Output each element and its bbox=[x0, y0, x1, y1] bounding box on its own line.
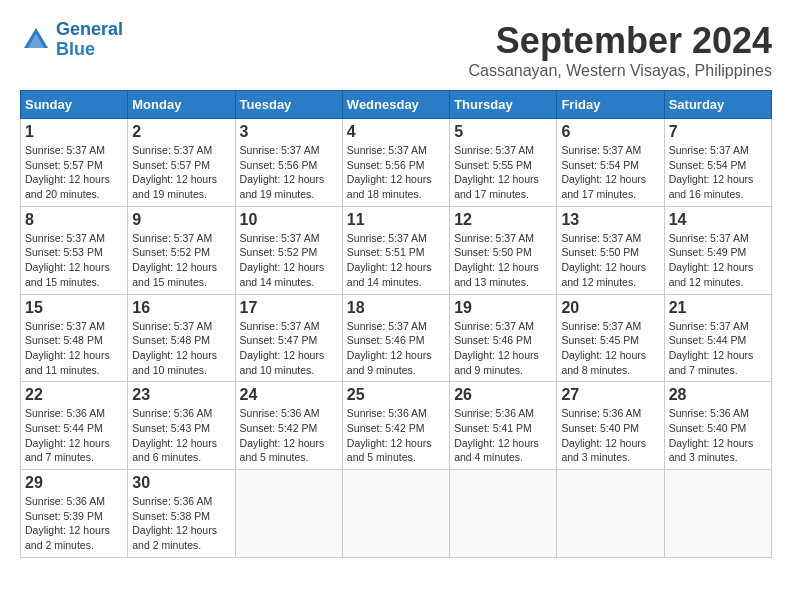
calendar-cell bbox=[450, 470, 557, 558]
calendar-cell: 23 Sunrise: 5:36 AM Sunset: 5:43 PM Dayl… bbox=[128, 382, 235, 470]
weekday-header-monday: Monday bbox=[128, 91, 235, 119]
day-number: 24 bbox=[240, 386, 338, 404]
title-block: September 2024 Cassanayan, Western Visay… bbox=[468, 20, 772, 80]
calendar-cell: 28 Sunrise: 5:36 AM Sunset: 5:40 PM Dayl… bbox=[664, 382, 771, 470]
calendar-cell: 5 Sunrise: 5:37 AM Sunset: 5:55 PM Dayli… bbox=[450, 119, 557, 207]
calendar-cell: 20 Sunrise: 5:37 AM Sunset: 5:45 PM Dayl… bbox=[557, 294, 664, 382]
logo: General Blue bbox=[20, 20, 123, 60]
day-info: Sunrise: 5:37 AM Sunset: 5:49 PM Dayligh… bbox=[669, 231, 767, 290]
day-number: 11 bbox=[347, 211, 445, 229]
calendar-cell bbox=[235, 470, 342, 558]
calendar-cell: 16 Sunrise: 5:37 AM Sunset: 5:48 PM Dayl… bbox=[128, 294, 235, 382]
calendar-cell: 26 Sunrise: 5:36 AM Sunset: 5:41 PM Dayl… bbox=[450, 382, 557, 470]
day-info: Sunrise: 5:37 AM Sunset: 5:54 PM Dayligh… bbox=[669, 143, 767, 202]
calendar-cell: 2 Sunrise: 5:37 AM Sunset: 5:57 PM Dayli… bbox=[128, 119, 235, 207]
day-number: 12 bbox=[454, 211, 552, 229]
day-info: Sunrise: 5:37 AM Sunset: 5:46 PM Dayligh… bbox=[347, 319, 445, 378]
day-info: Sunrise: 5:37 AM Sunset: 5:57 PM Dayligh… bbox=[25, 143, 123, 202]
calendar-week-1: 1 Sunrise: 5:37 AM Sunset: 5:57 PM Dayli… bbox=[21, 119, 772, 207]
calendar-cell: 6 Sunrise: 5:37 AM Sunset: 5:54 PM Dayli… bbox=[557, 119, 664, 207]
weekday-header-friday: Friday bbox=[557, 91, 664, 119]
day-info: Sunrise: 5:37 AM Sunset: 5:44 PM Dayligh… bbox=[669, 319, 767, 378]
weekday-header-tuesday: Tuesday bbox=[235, 91, 342, 119]
day-number: 25 bbox=[347, 386, 445, 404]
day-number: 13 bbox=[561, 211, 659, 229]
logo-text: General Blue bbox=[56, 20, 123, 60]
calendar-cell bbox=[557, 470, 664, 558]
day-number: 23 bbox=[132, 386, 230, 404]
day-number: 30 bbox=[132, 474, 230, 492]
day-info: Sunrise: 5:36 AM Sunset: 5:42 PM Dayligh… bbox=[347, 406, 445, 465]
day-info: Sunrise: 5:37 AM Sunset: 5:48 PM Dayligh… bbox=[25, 319, 123, 378]
day-info: Sunrise: 5:37 AM Sunset: 5:47 PM Dayligh… bbox=[240, 319, 338, 378]
calendar-cell: 4 Sunrise: 5:37 AM Sunset: 5:56 PM Dayli… bbox=[342, 119, 449, 207]
day-info: Sunrise: 5:37 AM Sunset: 5:55 PM Dayligh… bbox=[454, 143, 552, 202]
location: Cassanayan, Western Visayas, Philippines bbox=[468, 62, 772, 80]
calendar-cell: 11 Sunrise: 5:37 AM Sunset: 5:51 PM Dayl… bbox=[342, 206, 449, 294]
day-number: 7 bbox=[669, 123, 767, 141]
day-info: Sunrise: 5:37 AM Sunset: 5:53 PM Dayligh… bbox=[25, 231, 123, 290]
day-number: 15 bbox=[25, 299, 123, 317]
day-number: 9 bbox=[132, 211, 230, 229]
day-info: Sunrise: 5:37 AM Sunset: 5:45 PM Dayligh… bbox=[561, 319, 659, 378]
day-info: Sunrise: 5:37 AM Sunset: 5:51 PM Dayligh… bbox=[347, 231, 445, 290]
calendar-cell: 21 Sunrise: 5:37 AM Sunset: 5:44 PM Dayl… bbox=[664, 294, 771, 382]
day-number: 4 bbox=[347, 123, 445, 141]
day-info: Sunrise: 5:37 AM Sunset: 5:46 PM Dayligh… bbox=[454, 319, 552, 378]
logo-icon bbox=[20, 24, 52, 56]
day-info: Sunrise: 5:36 AM Sunset: 5:41 PM Dayligh… bbox=[454, 406, 552, 465]
day-info: Sunrise: 5:37 AM Sunset: 5:56 PM Dayligh… bbox=[347, 143, 445, 202]
day-info: Sunrise: 5:37 AM Sunset: 5:52 PM Dayligh… bbox=[240, 231, 338, 290]
calendar-week-2: 8 Sunrise: 5:37 AM Sunset: 5:53 PM Dayli… bbox=[21, 206, 772, 294]
day-info: Sunrise: 5:37 AM Sunset: 5:50 PM Dayligh… bbox=[561, 231, 659, 290]
day-info: Sunrise: 5:36 AM Sunset: 5:38 PM Dayligh… bbox=[132, 494, 230, 553]
day-number: 26 bbox=[454, 386, 552, 404]
day-number: 8 bbox=[25, 211, 123, 229]
day-info: Sunrise: 5:37 AM Sunset: 5:57 PM Dayligh… bbox=[132, 143, 230, 202]
calendar-cell: 8 Sunrise: 5:37 AM Sunset: 5:53 PM Dayli… bbox=[21, 206, 128, 294]
calendar-cell: 22 Sunrise: 5:36 AM Sunset: 5:44 PM Dayl… bbox=[21, 382, 128, 470]
day-number: 20 bbox=[561, 299, 659, 317]
calendar-cell: 30 Sunrise: 5:36 AM Sunset: 5:38 PM Dayl… bbox=[128, 470, 235, 558]
day-info: Sunrise: 5:37 AM Sunset: 5:54 PM Dayligh… bbox=[561, 143, 659, 202]
calendar-cell: 13 Sunrise: 5:37 AM Sunset: 5:50 PM Dayl… bbox=[557, 206, 664, 294]
weekday-header-saturday: Saturday bbox=[664, 91, 771, 119]
calendar-cell: 24 Sunrise: 5:36 AM Sunset: 5:42 PM Dayl… bbox=[235, 382, 342, 470]
day-number: 10 bbox=[240, 211, 338, 229]
weekday-header-thursday: Thursday bbox=[450, 91, 557, 119]
calendar-cell: 14 Sunrise: 5:37 AM Sunset: 5:49 PM Dayl… bbox=[664, 206, 771, 294]
calendar-cell: 3 Sunrise: 5:37 AM Sunset: 5:56 PM Dayli… bbox=[235, 119, 342, 207]
day-number: 19 bbox=[454, 299, 552, 317]
calendar-cell: 18 Sunrise: 5:37 AM Sunset: 5:46 PM Dayl… bbox=[342, 294, 449, 382]
day-info: Sunrise: 5:36 AM Sunset: 5:43 PM Dayligh… bbox=[132, 406, 230, 465]
day-info: Sunrise: 5:36 AM Sunset: 5:44 PM Dayligh… bbox=[25, 406, 123, 465]
weekday-header-sunday: Sunday bbox=[21, 91, 128, 119]
calendar-cell: 10 Sunrise: 5:37 AM Sunset: 5:52 PM Dayl… bbox=[235, 206, 342, 294]
page-header: General Blue September 2024 Cassanayan, … bbox=[20, 20, 772, 80]
calendar-cell: 29 Sunrise: 5:36 AM Sunset: 5:39 PM Dayl… bbox=[21, 470, 128, 558]
day-info: Sunrise: 5:36 AM Sunset: 5:39 PM Dayligh… bbox=[25, 494, 123, 553]
day-number: 22 bbox=[25, 386, 123, 404]
day-number: 29 bbox=[25, 474, 123, 492]
calendar-week-3: 15 Sunrise: 5:37 AM Sunset: 5:48 PM Dayl… bbox=[21, 294, 772, 382]
calendar-cell: 9 Sunrise: 5:37 AM Sunset: 5:52 PM Dayli… bbox=[128, 206, 235, 294]
calendar-cell: 15 Sunrise: 5:37 AM Sunset: 5:48 PM Dayl… bbox=[21, 294, 128, 382]
calendar-week-5: 29 Sunrise: 5:36 AM Sunset: 5:39 PM Dayl… bbox=[21, 470, 772, 558]
day-number: 16 bbox=[132, 299, 230, 317]
calendar-cell: 27 Sunrise: 5:36 AM Sunset: 5:40 PM Dayl… bbox=[557, 382, 664, 470]
day-info: Sunrise: 5:36 AM Sunset: 5:40 PM Dayligh… bbox=[669, 406, 767, 465]
calendar-cell bbox=[664, 470, 771, 558]
day-number: 14 bbox=[669, 211, 767, 229]
day-info: Sunrise: 5:36 AM Sunset: 5:42 PM Dayligh… bbox=[240, 406, 338, 465]
calendar-cell: 7 Sunrise: 5:37 AM Sunset: 5:54 PM Dayli… bbox=[664, 119, 771, 207]
day-info: Sunrise: 5:37 AM Sunset: 5:52 PM Dayligh… bbox=[132, 231, 230, 290]
day-number: 28 bbox=[669, 386, 767, 404]
day-number: 18 bbox=[347, 299, 445, 317]
day-info: Sunrise: 5:36 AM Sunset: 5:40 PM Dayligh… bbox=[561, 406, 659, 465]
calendar-cell: 19 Sunrise: 5:37 AM Sunset: 5:46 PM Dayl… bbox=[450, 294, 557, 382]
calendar-cell: 17 Sunrise: 5:37 AM Sunset: 5:47 PM Dayl… bbox=[235, 294, 342, 382]
calendar-cell: 1 Sunrise: 5:37 AM Sunset: 5:57 PM Dayli… bbox=[21, 119, 128, 207]
calendar-cell: 12 Sunrise: 5:37 AM Sunset: 5:50 PM Dayl… bbox=[450, 206, 557, 294]
day-info: Sunrise: 5:37 AM Sunset: 5:50 PM Dayligh… bbox=[454, 231, 552, 290]
day-number: 1 bbox=[25, 123, 123, 141]
